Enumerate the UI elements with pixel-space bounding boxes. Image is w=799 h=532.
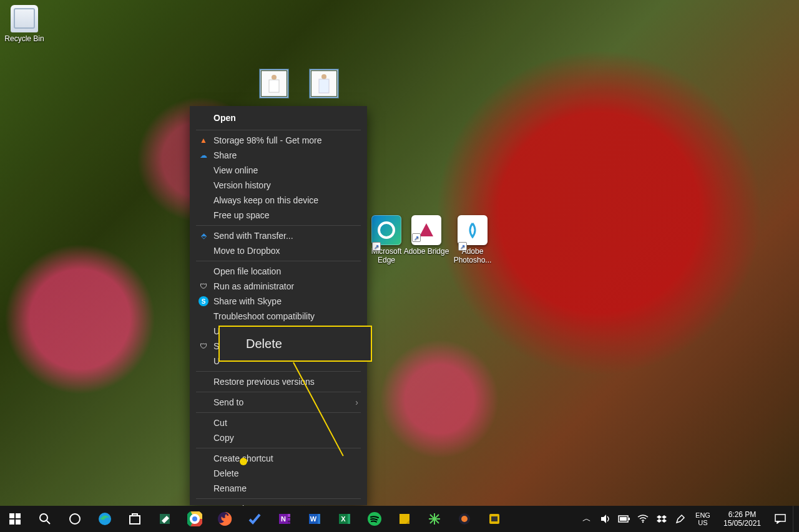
svg-rect-49: [629, 518, 630, 520]
taskbar-app-edge[interactable]: [90, 506, 120, 532]
pen-icon: [675, 513, 686, 525]
taskbar-app-chrome[interactable]: [180, 506, 210, 532]
svg-marker-52: [657, 515, 662, 519]
svg-rect-46: [491, 516, 498, 521]
menu-delete[interactable]: Delete: [190, 466, 367, 481]
svg-rect-11: [16, 520, 21, 525]
menu-copy[interactable]: Copy: [190, 430, 367, 445]
tray-overflow[interactable]: ︿: [578, 506, 596, 532]
menu-free-up-space[interactable]: Free up space: [190, 208, 367, 223]
wifi-icon: [637, 515, 649, 523]
onenote-icon: N: [278, 512, 292, 526]
svg-marker-47: [601, 515, 606, 523]
tray-volume[interactable]: [597, 506, 614, 532]
excel-icon: X: [338, 512, 351, 526]
shortcut-overlay-icon: ↗: [458, 242, 467, 251]
tray-clock[interactable]: 6:26 PM 15/05/2021: [717, 510, 768, 528]
menu-run-as-admin[interactable]: 🛡Run as administrator: [190, 279, 367, 294]
burst-icon: [428, 512, 441, 526]
menu-version-history[interactable]: Version history: [190, 178, 367, 193]
recycle-bin-label: Recycle Bin: [4, 34, 44, 43]
shortcut-label: Adobe Bridge: [404, 247, 449, 256]
show-desktop-button[interactable]: [793, 506, 797, 532]
taskbar: N W X ︿ ENG US 6:26 PM 15/05/2021: [0, 506, 799, 532]
edge-icon: [97, 511, 112, 526]
image-file-icon: [260, 70, 288, 97]
spotify-icon: [367, 511, 382, 526]
taskbar-app-misc1[interactable]: [419, 506, 449, 532]
firefox-icon: [217, 511, 232, 526]
menu-always-keep[interactable]: Always keep on this device: [190, 193, 367, 208]
image-thumbnail-1[interactable]: [250, 70, 298, 97]
taskbar-app-todo[interactable]: [240, 506, 270, 532]
disc-icon: [458, 512, 471, 526]
menu-move-to-dropbox[interactable]: Move to Dropbox: [190, 243, 367, 258]
windows-icon: [9, 513, 21, 525]
tray-dropbox[interactable]: [653, 506, 670, 532]
clock-time: 6:26 PM: [728, 510, 757, 519]
tray-language[interactable]: ENG US: [690, 511, 715, 526]
word-icon: W: [308, 512, 321, 526]
desktop-shortcut-adobe-bridge[interactable]: ↗ Adobe Bridge: [402, 215, 451, 256]
menu-send-to[interactable]: Send to›: [190, 395, 367, 410]
cortana-icon: [69, 513, 81, 525]
taskbar-app-firefox[interactable]: [210, 506, 240, 532]
desktop-shortcut-photoshop[interactable]: ↗ Adobe Photosho...: [448, 215, 497, 264]
taskbar-app-excel[interactable]: X: [330, 506, 360, 532]
recycle-bin[interactable]: Recycle Bin: [0, 5, 49, 43]
menu-open[interactable]: Open: [190, 109, 367, 127]
shield-icon: 🛡: [199, 281, 208, 291]
svg-point-6: [379, 223, 394, 238]
taskbar-app-onenote[interactable]: N: [270, 506, 300, 532]
tray-wifi[interactable]: [634, 506, 652, 532]
menu-cut[interactable]: Cut: [190, 415, 367, 430]
svg-point-12: [40, 514, 47, 521]
svg-marker-55: [662, 519, 667, 523]
chevron-right-icon: ›: [355, 397, 358, 407]
search-button[interactable]: [30, 506, 60, 532]
svg-text:N: N: [281, 515, 286, 523]
image-thumbnail-2[interactable]: [300, 70, 348, 97]
svg-rect-5: [319, 79, 329, 93]
start-button[interactable]: [0, 506, 30, 532]
chrome-icon: [187, 511, 202, 526]
taskbar-app-word[interactable]: W: [300, 506, 330, 532]
taskbar-app-store[interactable]: [120, 506, 150, 532]
svg-point-44: [461, 516, 468, 522]
menu-share-with-skype[interactable]: SShare with Skype: [190, 294, 367, 309]
menu-rename[interactable]: Rename: [190, 481, 367, 496]
tray-pen[interactable]: [672, 506, 689, 532]
taskbar-app-notes[interactable]: [150, 506, 180, 532]
action-center-button[interactable]: [769, 514, 792, 524]
desktop-wallpaper: [0, 0, 799, 532]
tray-battery[interactable]: [615, 506, 633, 532]
svg-rect-56: [775, 515, 785, 521]
volume-icon: [600, 514, 610, 524]
recycle-bin-icon: [11, 5, 38, 32]
menu-restore-previous-versions[interactable]: Restore previous versions: [190, 374, 367, 389]
cortana-button[interactable]: [60, 506, 90, 532]
search-icon: [39, 513, 51, 525]
svg-rect-29: [288, 521, 290, 524]
taskbar-app-misc2[interactable]: [449, 506, 479, 532]
menu-open-file-location[interactable]: Open file location: [190, 264, 367, 279]
menu-view-online[interactable]: View online: [190, 163, 367, 178]
svg-rect-50: [620, 517, 627, 521]
chevron-up-icon: ︿: [582, 513, 591, 525]
jade-icon: [158, 512, 172, 526]
svg-marker-7: [419, 223, 433, 236]
menu-separator: [196, 412, 361, 413]
taskbar-app-spotify[interactable]: [360, 506, 390, 532]
menu-troubleshoot-compat[interactable]: Troubleshoot compatibility: [190, 309, 367, 324]
svg-rect-16: [130, 516, 140, 524]
dropbox-icon: [657, 514, 667, 524]
svg-marker-53: [662, 515, 667, 519]
battery-icon: [618, 515, 630, 523]
taskbar-app-misc3[interactable]: [479, 506, 509, 532]
shortcut-overlay-icon: ↗: [372, 242, 381, 251]
taskbar-app-sticky-notes[interactable]: [390, 506, 419, 532]
menu-storage-full[interactable]: ▲Storage 98% full - Get more: [190, 133, 367, 148]
menu-send-with-transfer[interactable]: ⬘Send with Transfer...: [190, 228, 367, 243]
menu-share[interactable]: ☁Share: [190, 148, 367, 163]
svg-line-13: [47, 521, 50, 524]
